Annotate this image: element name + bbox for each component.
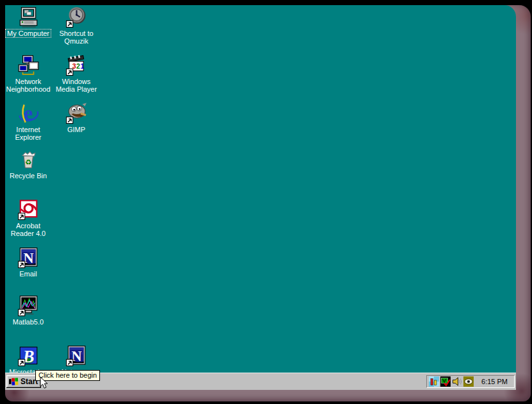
desktop-icon-label: Email bbox=[18, 270, 38, 278]
recycle-bin-icon: ♻ bbox=[17, 149, 39, 171]
gimp-icon bbox=[65, 103, 87, 124]
desktop-icon-email[interactable]: NEmail bbox=[5, 247, 52, 278]
desktop-icon-label: Matlab5.0 bbox=[12, 318, 45, 326]
desktop-icon-label: Internet Explorer bbox=[5, 126, 52, 141]
mouse-cursor-icon bbox=[40, 376, 48, 390]
desktop-icon-label: GIMP bbox=[66, 126, 87, 133]
desktop-icon-my-computer[interactable]: My Computer bbox=[5, 6, 52, 37]
desktop-icon-internet-explorer[interactable]: eInternet Explorer bbox=[5, 103, 52, 141]
desktop-icon-matlab5-0[interactable]: Matlab5.0 bbox=[5, 295, 52, 326]
desktop-icon-label: Windows Media Player bbox=[53, 78, 100, 93]
eye-icon[interactable] bbox=[463, 376, 474, 387]
desktop-icon-label: Acrobat Reader 4.0 bbox=[5, 222, 52, 237]
task-monitor-icon[interactable] bbox=[429, 376, 439, 387]
network-neighborhood-icon bbox=[17, 55, 39, 76]
desktop-icon-label: My Computer bbox=[6, 29, 51, 37]
volume-icon[interactable] bbox=[452, 376, 462, 387]
desktop-icon-shortcut-to-qmuzik[interactable]: Shortcut to Qmuzik bbox=[53, 6, 100, 45]
internet-explorer-icon: e bbox=[17, 103, 39, 124]
windows-logo-icon bbox=[8, 377, 19, 387]
desktop-icon-windows-media-player[interactable]: 321Windows Media Player bbox=[53, 55, 100, 93]
desktop-icon-label: Network Neighborhood bbox=[5, 78, 52, 93]
system-tray: 6:15 PM bbox=[426, 375, 515, 388]
desktop-icon-label: Recycle Bin bbox=[8, 172, 48, 180]
acrobat-reader-icon bbox=[17, 199, 39, 221]
netscape-icon: N bbox=[17, 247, 39, 269]
netscape-icon: N bbox=[65, 345, 87, 367]
clock-icon bbox=[65, 6, 87, 28]
my-computer-icon bbox=[17, 6, 39, 28]
desktop-icon-network-neighborhood[interactable]: Network Neighborhood bbox=[5, 55, 52, 93]
desktop[interactable]: My ComputerShortcut to QmuzikNetwork Nei… bbox=[5, 5, 516, 390]
desktop-icon-label: Shortcut to Qmuzik bbox=[53, 29, 100, 45]
taskbar-clock[interactable]: 6:15 PM bbox=[475, 378, 511, 385]
svg-text:2: 2 bbox=[76, 62, 80, 70]
desktop-icon-gimp[interactable]: GIMP bbox=[53, 103, 100, 133]
matlab-icon bbox=[17, 295, 39, 317]
antivirus-icon[interactable] bbox=[440, 376, 451, 387]
media-player-icon: 321 bbox=[65, 55, 87, 76]
tray-icon-group bbox=[429, 376, 474, 387]
desktop-icon-acrobat-reader-4-0[interactable]: Acrobat Reader 4.0 bbox=[5, 199, 52, 237]
svg-text:1: 1 bbox=[80, 62, 84, 70]
microstation-icon: B bbox=[17, 345, 39, 367]
svg-text:♻: ♻ bbox=[25, 158, 31, 166]
desktop-icon-recycle-bin[interactable]: ♻Recycle Bin bbox=[5, 149, 52, 180]
